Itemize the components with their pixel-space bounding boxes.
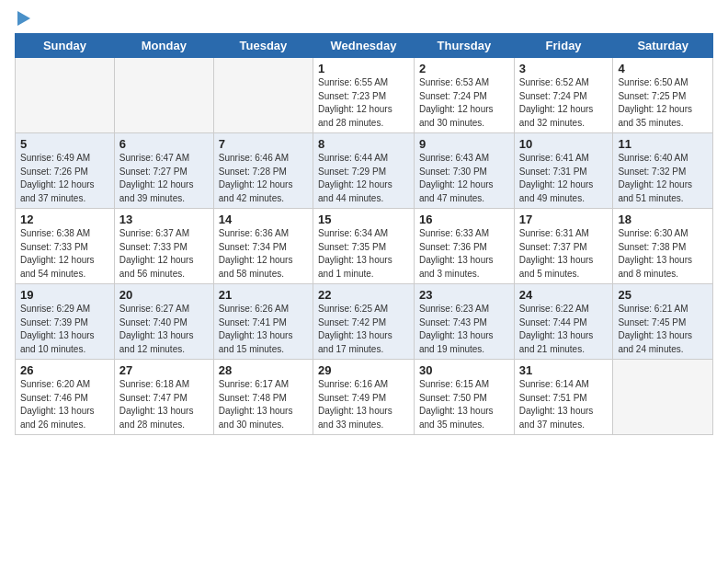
day-info: Sunrise: 6:37 AMSunset: 7:33 PMDaylight:… xyxy=(119,227,209,281)
day-info: Sunrise: 6:21 AMSunset: 7:45 PMDaylight:… xyxy=(618,303,708,356)
day-info: Sunrise: 6:25 AMSunset: 7:42 PMDaylight:… xyxy=(318,303,409,356)
calendar-week-row: 1Sunrise: 6:55 AMSunset: 7:23 PMDaylight… xyxy=(16,58,713,133)
day-number: 24 xyxy=(519,288,609,302)
day-info: Sunrise: 6:26 AMSunset: 7:41 PMDaylight:… xyxy=(219,303,308,356)
day-number: 30 xyxy=(419,363,509,377)
calendar-cell: 10Sunrise: 6:41 AMSunset: 7:31 PMDayligh… xyxy=(514,133,613,209)
day-info: Sunrise: 6:47 AMSunset: 7:27 PMDaylight:… xyxy=(119,152,209,205)
calendar-cell: 13Sunrise: 6:37 AMSunset: 7:33 PMDayligh… xyxy=(114,209,213,284)
calendar-cell: 15Sunrise: 6:34 AMSunset: 7:35 PMDayligh… xyxy=(313,209,415,284)
calendar-cell: 18Sunrise: 6:30 AMSunset: 7:38 PMDayligh… xyxy=(613,209,713,284)
weekday-header: Monday xyxy=(114,34,213,58)
calendar-week-row: 19Sunrise: 6:29 AMSunset: 7:39 PMDayligh… xyxy=(16,284,713,360)
calendar-cell: 21Sunrise: 6:26 AMSunset: 7:41 PMDayligh… xyxy=(213,284,313,360)
calendar-cell: 20Sunrise: 6:27 AMSunset: 7:40 PMDayligh… xyxy=(114,284,213,360)
day-number: 13 xyxy=(119,213,209,226)
calendar-week-row: 5Sunrise: 6:49 AMSunset: 7:26 PMDaylight… xyxy=(16,133,713,209)
header xyxy=(15,11,713,28)
day-number: 14 xyxy=(219,213,308,226)
calendar-cell: 1Sunrise: 6:55 AMSunset: 7:23 PMDaylight… xyxy=(313,58,415,133)
day-info: Sunrise: 6:20 AMSunset: 7:46 PMDaylight:… xyxy=(20,378,109,431)
day-info: Sunrise: 6:16 AMSunset: 7:49 PMDaylight:… xyxy=(318,378,409,431)
weekday-header: Tuesday xyxy=(213,34,313,58)
day-info: Sunrise: 6:34 AMSunset: 7:35 PMDaylight:… xyxy=(318,227,409,281)
calendar-cell: 3Sunrise: 6:52 AMSunset: 7:24 PMDaylight… xyxy=(514,58,613,133)
day-info: Sunrise: 6:29 AMSunset: 7:39 PMDaylight:… xyxy=(20,303,109,356)
day-info: Sunrise: 6:14 AMSunset: 7:51 PMDaylight:… xyxy=(519,378,609,431)
day-info: Sunrise: 6:53 AMSunset: 7:24 PMDaylight:… xyxy=(419,76,509,130)
day-number: 3 xyxy=(519,62,609,75)
calendar-cell xyxy=(213,58,313,133)
day-number: 4 xyxy=(618,62,708,75)
day-info: Sunrise: 6:38 AMSunset: 7:33 PMDaylight:… xyxy=(20,227,109,281)
day-info: Sunrise: 6:31 AMSunset: 7:37 PMDaylight:… xyxy=(519,227,609,281)
calendar: SundayMondayTuesdayWednesdayThursdayFrid… xyxy=(15,33,713,435)
day-info: Sunrise: 6:30 AMSunset: 7:38 PMDaylight:… xyxy=(618,227,708,281)
calendar-cell xyxy=(16,58,115,133)
calendar-cell: 16Sunrise: 6:33 AMSunset: 7:36 PMDayligh… xyxy=(414,209,514,284)
calendar-week-row: 12Sunrise: 6:38 AMSunset: 7:33 PMDayligh… xyxy=(16,209,713,284)
day-number: 15 xyxy=(318,213,409,226)
day-number: 8 xyxy=(318,137,409,151)
day-number: 31 xyxy=(519,363,609,377)
day-number: 17 xyxy=(519,213,609,226)
day-number: 11 xyxy=(618,137,708,151)
day-info: Sunrise: 6:40 AMSunset: 7:32 PMDaylight:… xyxy=(618,152,708,205)
weekday-header: Sunday xyxy=(16,34,115,58)
logo xyxy=(15,11,30,28)
day-number: 26 xyxy=(20,363,109,377)
day-info: Sunrise: 6:17 AMSunset: 7:48 PMDaylight:… xyxy=(219,378,308,431)
calendar-cell: 14Sunrise: 6:36 AMSunset: 7:34 PMDayligh… xyxy=(213,209,313,284)
day-number: 2 xyxy=(419,62,509,75)
calendar-cell: 11Sunrise: 6:40 AMSunset: 7:32 PMDayligh… xyxy=(613,133,713,209)
day-info: Sunrise: 6:23 AMSunset: 7:43 PMDaylight:… xyxy=(419,303,509,356)
page: SundayMondayTuesdayWednesdayThursdayFrid… xyxy=(0,0,728,563)
day-number: 9 xyxy=(419,137,509,151)
day-number: 21 xyxy=(219,288,308,302)
day-number: 16 xyxy=(419,213,509,226)
calendar-cell: 19Sunrise: 6:29 AMSunset: 7:39 PMDayligh… xyxy=(16,284,115,360)
calendar-cell: 12Sunrise: 6:38 AMSunset: 7:33 PMDayligh… xyxy=(16,209,115,284)
day-info: Sunrise: 6:52 AMSunset: 7:24 PMDaylight:… xyxy=(519,76,609,130)
day-number: 5 xyxy=(20,137,109,151)
day-info: Sunrise: 6:55 AMSunset: 7:23 PMDaylight:… xyxy=(318,76,409,130)
day-number: 18 xyxy=(618,213,708,226)
calendar-cell: 9Sunrise: 6:43 AMSunset: 7:30 PMDaylight… xyxy=(414,133,514,209)
day-number: 20 xyxy=(119,288,209,302)
calendar-cell: 6Sunrise: 6:47 AMSunset: 7:27 PMDaylight… xyxy=(114,133,213,209)
calendar-cell: 27Sunrise: 6:18 AMSunset: 7:47 PMDayligh… xyxy=(114,360,213,435)
day-number: 19 xyxy=(20,288,109,302)
calendar-cell: 8Sunrise: 6:44 AMSunset: 7:29 PMDaylight… xyxy=(313,133,415,209)
logo-arrow-icon xyxy=(17,11,30,26)
logo-text xyxy=(15,11,30,28)
day-number: 6 xyxy=(119,137,209,151)
day-number: 28 xyxy=(219,363,308,377)
calendar-cell xyxy=(613,360,713,435)
day-info: Sunrise: 6:36 AMSunset: 7:34 PMDaylight:… xyxy=(219,227,308,281)
day-info: Sunrise: 6:50 AMSunset: 7:25 PMDaylight:… xyxy=(618,76,708,130)
day-info: Sunrise: 6:22 AMSunset: 7:44 PMDaylight:… xyxy=(519,303,609,356)
calendar-cell: 17Sunrise: 6:31 AMSunset: 7:37 PMDayligh… xyxy=(514,209,613,284)
day-info: Sunrise: 6:27 AMSunset: 7:40 PMDaylight:… xyxy=(119,303,209,356)
calendar-cell: 29Sunrise: 6:16 AMSunset: 7:49 PMDayligh… xyxy=(313,360,415,435)
weekday-header: Saturday xyxy=(613,34,713,58)
calendar-cell: 4Sunrise: 6:50 AMSunset: 7:25 PMDaylight… xyxy=(613,58,713,133)
day-info: Sunrise: 6:44 AMSunset: 7:29 PMDaylight:… xyxy=(318,152,409,205)
weekday-header: Wednesday xyxy=(313,34,415,58)
day-info: Sunrise: 6:15 AMSunset: 7:50 PMDaylight:… xyxy=(419,378,509,431)
day-number: 12 xyxy=(20,213,109,226)
day-info: Sunrise: 6:33 AMSunset: 7:36 PMDaylight:… xyxy=(419,227,509,281)
day-number: 23 xyxy=(419,288,509,302)
calendar-header-row: SundayMondayTuesdayWednesdayThursdayFrid… xyxy=(16,34,713,58)
calendar-cell: 22Sunrise: 6:25 AMSunset: 7:42 PMDayligh… xyxy=(313,284,415,360)
calendar-cell: 7Sunrise: 6:46 AMSunset: 7:28 PMDaylight… xyxy=(213,133,313,209)
calendar-cell: 2Sunrise: 6:53 AMSunset: 7:24 PMDaylight… xyxy=(414,58,514,133)
calendar-week-row: 26Sunrise: 6:20 AMSunset: 7:46 PMDayligh… xyxy=(16,360,713,435)
day-info: Sunrise: 6:46 AMSunset: 7:28 PMDaylight:… xyxy=(219,152,308,205)
day-number: 29 xyxy=(318,363,409,377)
day-number: 10 xyxy=(519,137,609,151)
weekday-header: Thursday xyxy=(414,34,514,58)
calendar-cell: 28Sunrise: 6:17 AMSunset: 7:48 PMDayligh… xyxy=(213,360,313,435)
day-info: Sunrise: 6:43 AMSunset: 7:30 PMDaylight:… xyxy=(419,152,509,205)
day-info: Sunrise: 6:49 AMSunset: 7:26 PMDaylight:… xyxy=(20,152,109,205)
